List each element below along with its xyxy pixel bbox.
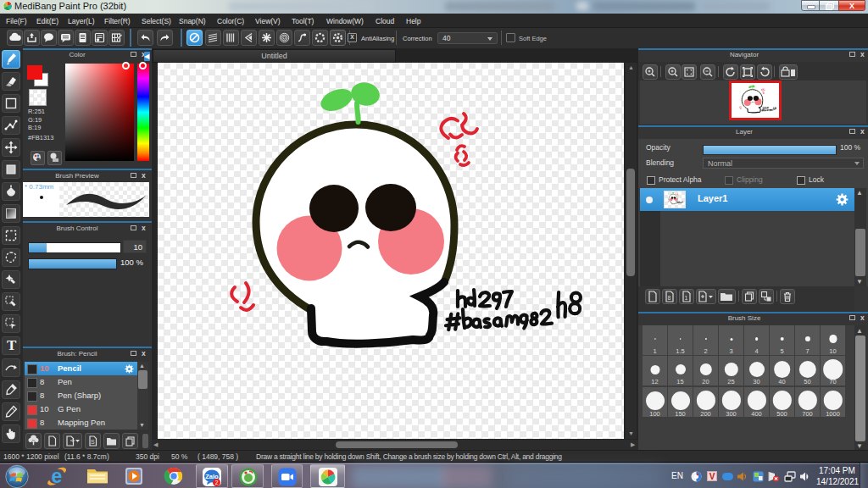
svg-text:1: 1 — [685, 295, 688, 301]
svg-text:2: 2 — [215, 480, 219, 485]
svg-text:8: 8 — [668, 295, 671, 301]
svg-text:S: S — [91, 439, 95, 445]
